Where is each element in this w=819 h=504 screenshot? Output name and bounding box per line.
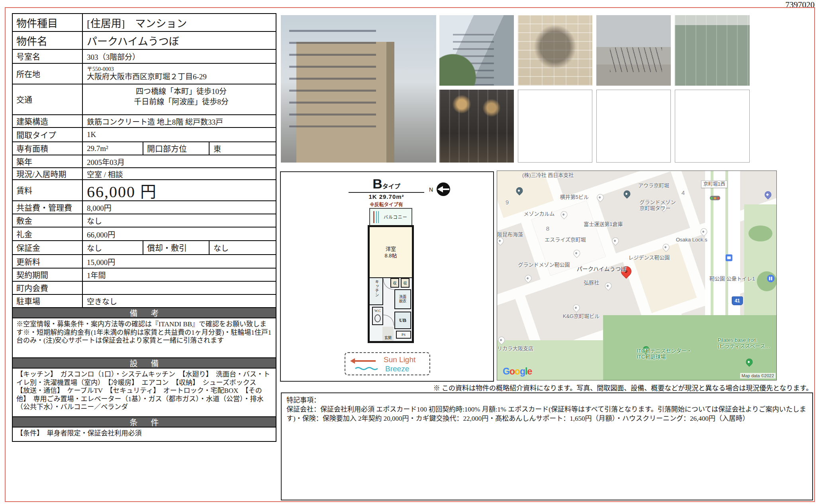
map-pin-slate	[623, 190, 630, 197]
map-label: レジデンス靭公園	[628, 255, 670, 261]
row-label: 保証金	[13, 241, 83, 254]
map-label: 横井第5ビル	[560, 194, 589, 200]
table-row: 現況/入居時期空室 / 相談	[13, 168, 276, 180]
floorplan-header: Bタイプ 1K 29.70m² ※反転タイプ有	[349, 176, 424, 208]
photo-building-side	[439, 15, 514, 86]
table-row: 駐車場空きなし	[13, 295, 276, 308]
map-label: 8	[546, 226, 549, 231]
row-value: 〒550-0003大阪府大阪市西区京町堀２丁目6-29	[83, 64, 276, 84]
row-label: 建築構造	[13, 115, 83, 127]
row-label: 交通	[13, 84, 83, 114]
map-label: K&G京町堀ビル	[563, 313, 600, 319]
row-value: 8,000円	[83, 201, 276, 214]
washroom: 洗面 脱衣	[394, 289, 411, 309]
map-pin-gray	[525, 275, 531, 282]
table-row: 物件種目[住居用] マンション	[13, 14, 276, 32]
compass-icon: N	[428, 181, 453, 198]
row-value: 空きなし	[83, 295, 276, 307]
map-pin-gray	[663, 244, 670, 251]
floorplan-spec: 1K 29.70m²	[349, 193, 424, 200]
row-label: 賃料	[13, 180, 83, 200]
toilet-icon	[374, 314, 381, 322]
row-value: 鉄筋コンクリート造 地上8階 総戸数33戸	[83, 115, 276, 127]
row-label: 物件名	[13, 32, 83, 49]
row-value: 1K	[83, 128, 276, 141]
table-row: 間取タイプ1K	[13, 128, 276, 142]
special-notes-body: 保証会社：保証会社利用必須 エポスカード100 初回契約時:100% 月額:1%…	[286, 406, 806, 422]
map-pin-gray	[574, 250, 580, 257]
row-value	[83, 282, 276, 294]
table-row: 物件名パークハイムうつぼ	[13, 32, 276, 50]
map-attribution: Map data ©2022	[740, 373, 776, 378]
row-label: 所在地	[13, 64, 83, 84]
main-room: 洋室 8.8帖	[370, 227, 412, 278]
disclaimer-note: ※ この資料は物件の概略紹介資料になります。写真、間取図面、設備、概要などが現況…	[343, 382, 813, 392]
section-title: 備 考	[124, 307, 165, 319]
route-41-badge: 41	[732, 296, 743, 305]
row-value: パークハイムうつぼ	[83, 32, 276, 49]
door-arc	[383, 315, 394, 326]
map-pin-fuel	[764, 191, 771, 198]
bus-stop-icon	[725, 254, 732, 261]
closet: 収	[401, 278, 410, 288]
photo-bicycle-parking	[596, 15, 671, 86]
row-label: 敷金	[13, 214, 83, 227]
table-row: 敷金なし	[13, 214, 276, 227]
toilet-icon	[767, 275, 774, 282]
row-label: 専有面積	[13, 142, 83, 155]
row-label: 駐車場	[13, 295, 83, 307]
sunlight-label: Sun Light	[384, 355, 415, 364]
kitchen: キッチン	[370, 278, 383, 305]
row-value: 空室 / 相談	[83, 168, 276, 179]
row-label: 物件種目	[13, 14, 83, 31]
sunlight-breeze-legend: Sun Light Breeze	[345, 352, 430, 375]
photo-storage-door	[675, 15, 750, 86]
floorplan-unit: 洋室 8.8帖 キッチン 収 収 洗面 脱衣 W.C UB PS 玄関	[368, 225, 414, 343]
table-row: 更新料15,000円	[13, 255, 276, 269]
transit-line: 千日前線「阿波座」徒歩8分	[134, 97, 229, 107]
row-value: 四つ橋線「本町」徒歩10分千日前線「阿波座」徒歩8分	[83, 84, 276, 114]
map-label: 阪昆布海藻	[497, 231, 523, 237]
map-label: メゾンカルム	[524, 211, 555, 217]
photo-elevator	[439, 90, 514, 163]
table-row: 契約期間1年間	[13, 269, 276, 282]
unit-bath: UB	[394, 312, 411, 329]
map-pin-gray	[597, 194, 604, 201]
section-header-bar: 備 考	[13, 308, 276, 318]
row-label: 町内会費	[13, 282, 83, 294]
pipe-space: PS	[396, 331, 411, 339]
section-header-bar: 条 件	[13, 417, 276, 428]
map-label: 京町堀1西	[701, 180, 728, 188]
balcony: バルコニー	[369, 208, 412, 226]
table-row: 専有面積29.7m²開口部方位東	[13, 142, 276, 155]
map-label: アウラ京町堀	[638, 182, 669, 188]
transit-line: 四つ橋線「本町」徒歩10分	[136, 86, 227, 97]
section-title: 設 備	[124, 357, 165, 369]
map-pin-gray	[560, 211, 567, 218]
map-label: グランドメゾン靭公園	[518, 262, 570, 268]
property-table: 物件種目[住居用] マンション物件名パークハイムうつぼ号室名303（3階部分）所…	[12, 13, 276, 442]
map-pin-gray	[573, 304, 580, 311]
floorplan-panel: Bタイプ 1K 29.70m² ※反転タイプ有 N バルコニー 洋室 8.8帖 …	[280, 171, 494, 382]
map-label: グランドメゾン 京町堀タワー	[640, 199, 676, 211]
table-row: 建築構造鉄筋コンクリート造 地上8階 総戸数33戸	[13, 115, 276, 128]
section-text: ※空室情報・募集条件・案内方法等の確認は『ITANDI BB』で確認をお願い致し…	[13, 318, 276, 357]
map-pin-green	[746, 359, 753, 365]
address: 大阪府大阪市西区京町堀２丁目6-29	[87, 73, 207, 81]
breeze-label: Breeze	[385, 365, 409, 373]
section-title: 条 件	[124, 416, 165, 428]
row-value-2: 東	[210, 142, 276, 155]
row-value: なし	[83, 241, 143, 254]
map-pin-slate	[516, 187, 523, 194]
row-label-2: 開口部方位	[143, 142, 210, 155]
map-trees	[748, 226, 772, 241]
section-text-row: 【キッチン】 ガスコンロ（1口）・システムキッチン 【水廻り】 洗面台・バス・ト…	[13, 369, 276, 417]
map-label: 9	[506, 199, 509, 205]
row-value: なし	[83, 214, 276, 227]
row-value-2: なし	[210, 241, 276, 254]
row-value: 29.7m²	[83, 142, 143, 155]
svg-text:N: N	[429, 186, 433, 193]
special-notes-title: 特記事項：	[286, 396, 320, 404]
postal-code: 〒550-0003	[87, 66, 207, 73]
table-row: 礼金66,000円	[13, 227, 276, 241]
